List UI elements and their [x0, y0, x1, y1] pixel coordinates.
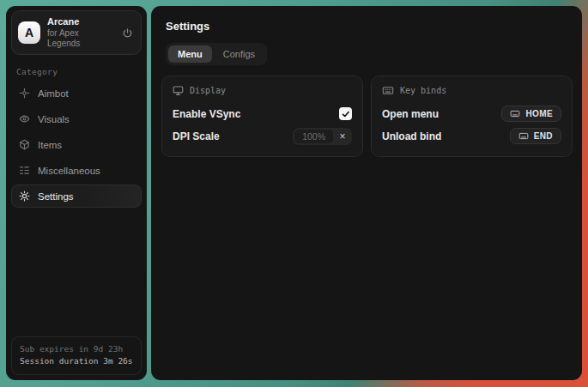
vsync-row: Enable VSync [173, 104, 352, 124]
open-menu-label: Open menu [382, 108, 439, 120]
display-card-header: Display [173, 85, 352, 96]
sidebar-item-settings[interactable]: Settings [11, 184, 142, 208]
open-menu-row: Open menu HOME [382, 104, 561, 124]
vsync-label: Enable VSync [173, 108, 240, 120]
display-card: Display Enable VSync DPI Scale [161, 76, 363, 157]
cube-icon [19, 139, 30, 150]
session-info-card: Sub expires in 9d 23h Session duration 3… [11, 336, 142, 375]
sidebar-item-miscellaneous[interactable]: Miscellaneous [11, 159, 142, 182]
unload-bind-label: Unload bind [382, 130, 441, 142]
keybinds-card: Key binds Open menu HOME [371, 76, 573, 157]
keybinds-card-header: Key binds [382, 85, 561, 96]
main-content: Settings Menu Configs Display [151, 6, 582, 380]
sidebar-nav: Aimbot Visuals Items [11, 82, 142, 208]
sidebar-item-label: Visuals [38, 114, 70, 124]
open-menu-keybind-button[interactable]: HOME [501, 106, 561, 122]
monitor-icon [173, 85, 184, 96]
keybinds-card-title: Key binds [400, 86, 446, 95]
keyboard-icon [510, 109, 520, 118]
dpi-row: DPI Scale 100% × [173, 126, 352, 146]
dpi-scale-input-group: 100% × [293, 128, 352, 145]
brand-name: Arcane [47, 16, 112, 27]
sidebar-item-aimbot[interactable]: Aimbot [11, 82, 142, 105]
brand-card: A Arcane for Apex Legends [11, 10, 142, 55]
sidebar-spacer [11, 208, 142, 336]
vsync-checkbox[interactable] [339, 107, 352, 120]
brand-subtitle: for Apex Legends [47, 28, 112, 49]
list-icon [19, 165, 30, 176]
gear-icon [19, 190, 30, 202]
keyboard-icon [382, 85, 394, 96]
unload-keybind-button[interactable]: END [510, 128, 561, 144]
page-title: Settings [166, 20, 573, 33]
check-icon [342, 110, 350, 118]
sidebar-item-label: Items [38, 140, 62, 150]
app-logo: A [18, 21, 40, 44]
sub-expires-text: Sub expires in 9d 23h [20, 343, 133, 356]
crosshair-icon [19, 88, 30, 99]
keyboard-icon [518, 131, 529, 141]
open-menu-key: HOME [525, 109, 553, 118]
dpi-scale-value[interactable]: 100% [294, 130, 333, 143]
desktop-background: A Arcane for Apex Legends Category [0, 0, 588, 387]
clear-icon[interactable]: × [335, 130, 350, 143]
unload-bind-row: Unload bind END [382, 126, 561, 146]
tab-configs[interactable]: Configs [214, 45, 264, 63]
sidebar-item-items[interactable]: Items [11, 133, 142, 156]
category-label: Category [16, 67, 142, 76]
sidebar-item-visuals[interactable]: Visuals [11, 107, 142, 130]
eye-icon [19, 113, 30, 124]
session-duration-text: Session duration 3m 26s [20, 355, 133, 368]
settings-cards: Display Enable VSync DPI Scale [161, 76, 573, 157]
sidebar-item-label: Miscellaneous [38, 166, 100, 176]
brand-text: Arcane for Apex Legends [47, 16, 112, 49]
display-card-title: Display [190, 86, 226, 95]
sidebar-item-label: Settings [38, 191, 74, 202]
unload-bind-key: END [534, 131, 553, 141]
tab-bar: Menu Configs [166, 43, 267, 65]
dpi-label: DPI Scale [173, 130, 220, 142]
sidebar: A Arcane for Apex Legends Category [6, 6, 147, 380]
sidebar-item-label: Aimbot [38, 88, 69, 99]
tab-menu[interactable]: Menu [168, 45, 212, 63]
power-icon[interactable] [119, 25, 135, 40]
